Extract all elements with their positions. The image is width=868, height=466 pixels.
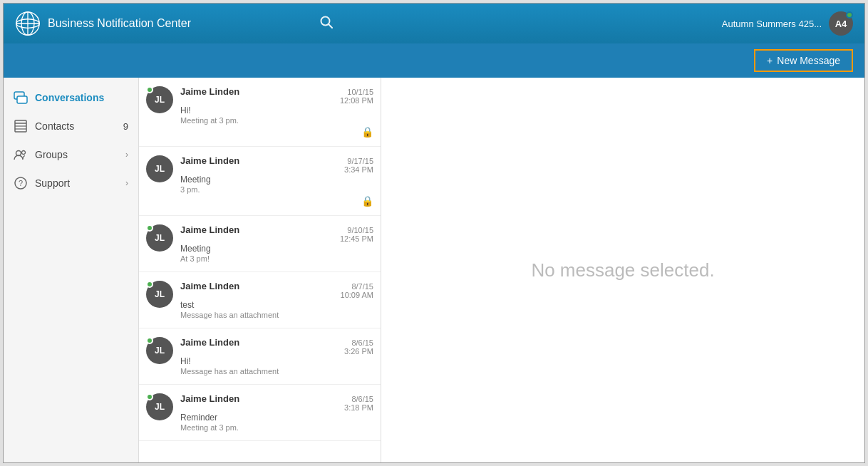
conv-time: 12:45 PM [340, 234, 373, 243]
conv-name: Jaime Linden [180, 155, 239, 166]
conv-time: 12:08 PM [340, 96, 373, 105]
conv-date: 9/17/15 [347, 157, 373, 165]
conv-preview: Meeting at 3 pm. [180, 423, 373, 432]
conv-content: Jaime Linden 10/1/15 12:08 PM Hi! Meetin… [180, 86, 373, 138]
online-dot [146, 224, 153, 232]
sidebar-item-support[interactable]: ? Support › [4, 169, 138, 197]
conversation-list: JL Jaime Linden 10/1/15 12:08 PM Hi! Mee… [139, 78, 381, 462]
conv-avatar: JL [146, 86, 173, 113]
conv-date: 8/6/15 [351, 395, 373, 403]
svg-point-14 [22, 151, 26, 155]
conv-subject: test [180, 300, 373, 310]
conv-date: 9/10/15 [347, 226, 373, 234]
conv-datetime: 8/7/15 10:09 AM [341, 282, 373, 299]
conv-subject: Hi! [180, 105, 373, 115]
conv-preview: Message has an attachment [180, 311, 373, 319]
app-container: Business Notification Center Autumn Summ… [3, 3, 865, 463]
sidebar-conversations-label: Conversations [35, 92, 128, 103]
lock-icon: 🔒 [180, 126, 373, 138]
sidebar: Conversations Contacts 9 [4, 78, 139, 462]
main-layout: Conversations Contacts 9 [4, 78, 864, 462]
conv-time: 3:18 PM [344, 403, 373, 412]
conv-content: Jaime Linden 8/6/15 3:26 PM Hi! Message … [180, 337, 373, 376]
online-dot [146, 86, 153, 93]
conversation-item[interactable]: JL Jaime Linden 8/7/15 10:09 AM test Mes… [139, 272, 381, 328]
conv-time: 3:34 PM [344, 165, 373, 174]
new-message-label: New Message [777, 55, 840, 66]
conv-subject: Reminder [180, 413, 373, 423]
conv-datetime: 9/17/15 3:34 PM [344, 157, 373, 174]
conv-avatar: JL [146, 224, 173, 252]
conv-content: Jaime Linden 8/6/15 3:18 PM Reminder Mee… [180, 393, 373, 432]
conv-preview: 3 pm. [180, 185, 373, 194]
conv-name: Jaime Linden [180, 337, 239, 348]
conv-date: 8/6/15 [351, 338, 373, 347]
conv-time: 10:09 AM [341, 291, 373, 299]
search-icon[interactable] [319, 15, 334, 33]
avatar[interactable]: A4 [829, 11, 853, 36]
header: Business Notification Center Autumn Summ… [4, 4, 864, 43]
app-title: Business Notification Center [48, 17, 191, 30]
conv-avatar: JL [146, 337, 173, 364]
conv-name: Jaime Linden [180, 281, 239, 291]
plus-icon: + [767, 55, 773, 66]
conv-avatar: JL [146, 281, 173, 308]
new-message-button[interactable]: + New Message [754, 49, 853, 72]
svg-text:?: ? [19, 179, 23, 187]
conv-date: 8/7/15 [351, 282, 373, 291]
att-logo-icon [15, 11, 41, 36]
conversation-item[interactable]: JL Jaime Linden 10/1/15 12:08 PM Hi! Mee… [139, 78, 381, 147]
contacts-badge: 9 [123, 121, 128, 132]
header-logo: Business Notification Center [15, 11, 191, 36]
conversation-item[interactable]: JL Jaime Linden 8/6/15 3:18 PM Reminder … [139, 385, 381, 441]
online-indicator [846, 11, 853, 19]
conv-name: Jaime Linden [180, 86, 239, 97]
conv-preview: Message has an attachment [180, 367, 373, 376]
contacts-icon [14, 119, 28, 133]
conv-content: Jaime Linden 9/10/15 12:45 PM Meeting At… [180, 224, 373, 263]
conv-subject: Meeting [180, 244, 373, 254]
conv-preview: Meeting at 3 pm. [180, 116, 373, 125]
conversation-item[interactable]: JL Jaime Linden 9/17/15 3:34 PM Meeting … [139, 147, 381, 216]
conv-date: 10/1/15 [347, 88, 373, 96]
online-dot [146, 337, 153, 344]
toolbar: + New Message [4, 43, 864, 78]
sidebar-item-conversations[interactable]: Conversations [4, 83, 138, 112]
svg-rect-8 [17, 96, 27, 103]
conv-header-row: Jaime Linden 10/1/15 12:08 PM [180, 86, 373, 105]
sidebar-item-groups[interactable]: Groups › [4, 140, 138, 169]
conv-subject: Hi! [180, 356, 373, 366]
conv-datetime: 8/6/15 3:26 PM [344, 338, 373, 356]
conv-name: Jaime Linden [180, 224, 239, 235]
conv-datetime: 10/1/15 12:08 PM [340, 88, 373, 105]
online-dot [146, 281, 153, 288]
conv-name: Jaime Linden [180, 393, 239, 404]
main-content: No message selected. [381, 78, 864, 462]
conv-time: 3:26 PM [344, 347, 373, 356]
online-dot [146, 393, 153, 400]
sidebar-item-contacts[interactable]: Contacts 9 [4, 112, 138, 140]
conv-content: Jaime Linden 9/17/15 3:34 PM Meeting 3 p… [180, 155, 373, 207]
conv-datetime: 8/6/15 3:18 PM [344, 395, 373, 412]
conv-header-row: Jaime Linden 8/6/15 3:18 PM [180, 393, 373, 412]
sidebar-support-label: Support [35, 177, 118, 189]
conversation-item[interactable]: JL Jaime Linden 9/10/15 12:45 PM Meeting… [139, 216, 381, 272]
conv-content: Jaime Linden 8/7/15 10:09 AM test Messag… [180, 281, 373, 319]
conv-avatar: JL [146, 155, 173, 182]
sidebar-groups-label: Groups [35, 149, 118, 160]
user-name: Autumn Summers 425... [722, 19, 822, 29]
groups-icon [14, 147, 28, 162]
support-icon: ? [14, 176, 28, 190]
conv-header-row: Jaime Linden 9/17/15 3:34 PM [180, 155, 373, 174]
conversations-icon [14, 90, 28, 105]
conv-preview: At 3 pm! [180, 254, 373, 263]
conv-avatar: JL [146, 393, 173, 420]
conv-datetime: 9/10/15 12:45 PM [340, 226, 373, 243]
conv-header-row: Jaime Linden 9/10/15 12:45 PM [180, 224, 373, 243]
conv-header-row: Jaime Linden 8/7/15 10:09 AM [180, 281, 373, 299]
support-chevron-icon: › [125, 178, 128, 188]
lock-icon: 🔒 [180, 195, 373, 207]
conversation-item[interactable]: JL Jaime Linden 8/6/15 3:26 PM Hi! Messa… [139, 328, 381, 385]
groups-chevron-icon: › [125, 150, 128, 160]
no-message-text: No message selected. [531, 259, 714, 281]
